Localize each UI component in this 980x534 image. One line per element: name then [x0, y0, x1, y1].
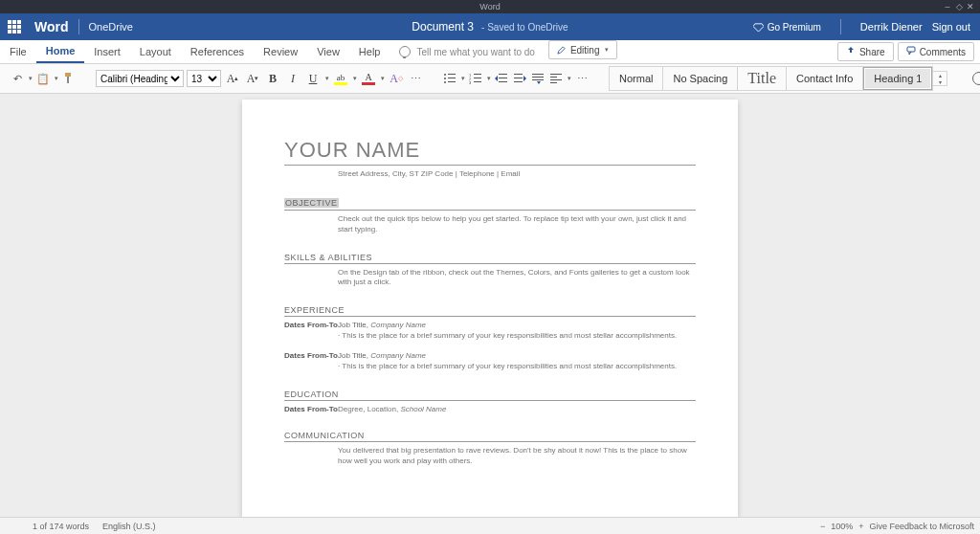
chevron-down-icon[interactable]: ▾ — [487, 75, 491, 82]
section-objective-heading[interactable]: OBJECTIVE — [284, 198, 339, 208]
share-button[interactable]: Share — [837, 42, 894, 61]
zoom-out-button[interactable]: − — [820, 522, 825, 531]
underline-button[interactable]: U — [304, 70, 322, 87]
page[interactable]: YOUR NAME Street Address, City, ST ZIP C… — [242, 100, 738, 517]
style-normal[interactable]: Normal — [610, 67, 663, 90]
clear-formatting-button[interactable]: A◇ — [388, 70, 405, 87]
tab-help[interactable]: Help — [349, 40, 390, 63]
style-heading1[interactable]: Heading 1 — [863, 67, 932, 90]
objective-body[interactable]: Check out the quick tips below to help y… — [338, 214, 696, 235]
style-title[interactable]: Title — [738, 67, 787, 90]
experience-dates[interactable]: Dates From-To — [284, 321, 338, 342]
language-status[interactable]: English (U.S.) — [102, 522, 156, 531]
document-canvas[interactable]: YOUR NAME Street Address, City, ST ZIP C… — [0, 94, 980, 517]
decrease-indent-button[interactable] — [494, 71, 509, 86]
style-no-spacing[interactable]: No Spacing — [663, 67, 738, 90]
zoom-level[interactable]: 100% — [831, 522, 853, 531]
styles-gallery[interactable]: Normal No Spacing Title Contact Info Hea… — [609, 66, 933, 91]
bullets-button[interactable] — [442, 71, 457, 86]
grow-font-button[interactable]: A▴ — [224, 70, 241, 87]
find-button[interactable]: Find ▾ — [967, 72, 980, 85]
svg-text:3: 3 — [469, 80, 472, 84]
save-status: - Saved to OneDrive — [481, 22, 568, 33]
highlight-button[interactable]: ab — [332, 70, 349, 87]
experience-body[interactable]: · This is the place for a brief summary … — [338, 362, 696, 372]
signout-link[interactable]: Sign out — [932, 21, 970, 33]
tab-insert[interactable]: Insert — [84, 40, 130, 63]
maximize-icon[interactable]: ◇ — [955, 3, 963, 11]
styles-expand-button[interactable]: ▴▾ — [933, 71, 947, 86]
experience-dates[interactable]: Dates From-To — [284, 351, 338, 372]
education-dates[interactable]: Dates From-To — [284, 405, 338, 413]
job-title[interactable]: Job Title, — [338, 321, 368, 329]
location[interactable]: Location, — [368, 405, 398, 413]
storage-location[interactable]: OneDrive — [89, 21, 133, 33]
degree[interactable]: Degree, — [338, 405, 365, 413]
divider — [284, 316, 696, 317]
job-title[interactable]: Job Title, — [338, 351, 368, 360]
chevron-down-icon[interactable]: ▾ — [381, 75, 385, 82]
user-name[interactable]: Derrik Diener — [860, 21, 923, 33]
tab-view[interactable]: View — [307, 40, 349, 63]
font-size-select[interactable]: 13 — [187, 70, 221, 87]
feedback-link[interactable]: Give Feedback to Microsoft — [869, 522, 974, 531]
comments-button[interactable]: Comments — [898, 42, 974, 61]
numbering-button[interactable]: 123 — [468, 71, 483, 86]
communication-body[interactable]: You delivered that big presentation to r… — [338, 446, 696, 467]
go-premium-button[interactable]: Go Premium — [753, 22, 821, 33]
company-name[interactable]: Company Name — [370, 351, 426, 360]
more-font-options-button[interactable]: ⋯ — [408, 71, 423, 86]
close-icon[interactable]: ✕ — [967, 3, 974, 11]
section-experience-heading[interactable]: EXPERIENCE — [284, 305, 696, 315]
document-name[interactable]: Document 3 — [412, 20, 474, 33]
resume-name[interactable]: YOUR NAME — [284, 138, 696, 163]
chevron-down-icon[interactable]: ▾ — [29, 75, 33, 82]
bold-button[interactable]: B — [264, 70, 281, 87]
minimize-icon[interactable]: – — [944, 3, 951, 11]
section-education-heading[interactable]: EDUCATION — [284, 389, 696, 399]
chevron-down-icon[interactable]: ▾ — [568, 75, 571, 82]
divider — [284, 165, 696, 166]
tab-home[interactable]: Home — [36, 40, 85, 63]
diamond-icon — [753, 22, 764, 33]
tab-file[interactable]: File — [0, 40, 36, 63]
divider — [284, 400, 696, 401]
svg-rect-16 — [499, 78, 507, 78]
tab-layout[interactable]: Layout — [130, 40, 181, 63]
format-painter-icon[interactable] — [61, 71, 77, 86]
editing-mode-button[interactable]: Editing ▾ — [548, 40, 618, 59]
more-paragraph-button[interactable]: ⋯ — [574, 71, 590, 86]
skills-body[interactable]: On the Design tab of the ribbon, check o… — [338, 268, 696, 289]
style-contact-info[interactable]: Contact Info — [787, 67, 863, 90]
chevron-down-icon[interactable]: ▾ — [325, 75, 329, 82]
chevron-down-icon[interactable]: ▾ — [461, 75, 465, 82]
company-name[interactable]: Company Name — [370, 321, 426, 329]
chevron-down-icon[interactable]: ▾ — [55, 75, 58, 82]
svg-rect-27 — [550, 82, 557, 83]
font-family-select[interactable]: Calibri (Heading... — [96, 70, 184, 87]
contact-line[interactable]: Street Address, City, ST ZIP Code | Tele… — [338, 169, 696, 178]
school-name[interactable]: School Name — [400, 405, 446, 413]
svg-rect-10 — [474, 74, 481, 75]
italic-button[interactable]: I — [284, 70, 301, 87]
shrink-font-button[interactable]: A▾ — [244, 70, 261, 87]
section-communication-heading[interactable]: COMMUNICATION — [284, 431, 696, 440]
increase-indent-button[interactable] — [512, 71, 527, 86]
zoom-in-button[interactable]: + — [858, 522, 863, 531]
word-count[interactable]: 1 of 174 words — [33, 522, 89, 531]
tab-review[interactable]: Review — [254, 40, 307, 63]
paste-icon[interactable]: 📋 — [35, 71, 51, 86]
align-left-button[interactable] — [548, 71, 564, 86]
svg-point-7 — [444, 81, 446, 83]
experience-body[interactable]: · This is the place for a brief summary … — [338, 331, 696, 342]
text-direction-button[interactable] — [530, 71, 546, 86]
ribbon-toolbar: ↶▾ 📋▾ Calibri (Heading... 13 A▴ A▾ B I U… — [0, 64, 980, 94]
tab-references[interactable]: References — [181, 40, 254, 63]
font-color-button[interactable]: A — [360, 70, 377, 87]
tell-me-input[interactable]: Tell me what you want to do — [399, 40, 534, 63]
undo-icon[interactable]: ↶ — [10, 71, 25, 86]
chevron-down-icon[interactable]: ▾ — [353, 75, 357, 82]
section-skills-heading[interactable]: SKILLS & ABILITIES — [284, 253, 696, 262]
divider — [284, 441, 696, 442]
app-launcher-icon[interactable] — [2, 14, 27, 39]
